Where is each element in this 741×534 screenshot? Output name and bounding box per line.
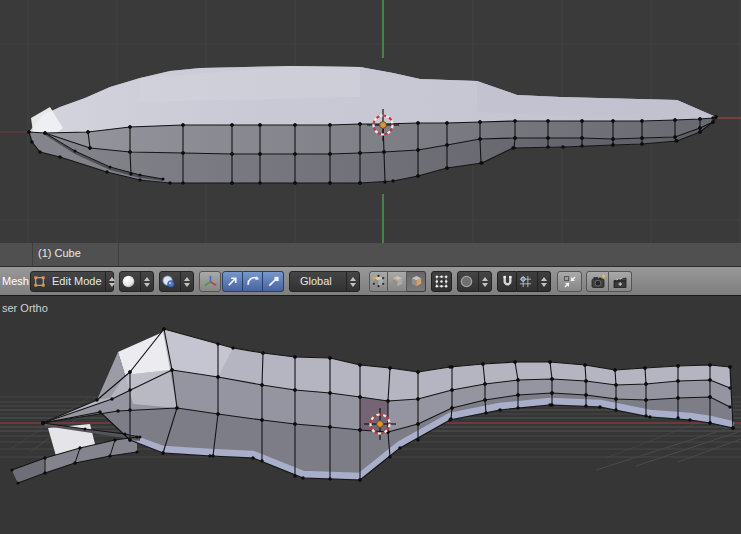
editmode-icon <box>31 274 48 289</box>
snap-increment-icon <box>517 274 534 289</box>
face-select-button[interactable] <box>407 271 426 292</box>
dropdown-arrows-icon <box>105 272 118 291</box>
grid-line <box>118 243 119 266</box>
manipulator-scale-button[interactable] <box>263 271 284 292</box>
viewport-top[interactable] <box>0 0 741 243</box>
clapperboard-icon <box>612 274 629 290</box>
object-info-strip: (1) Cube <box>0 243 741 266</box>
dropdown-arrows-icon <box>478 272 491 291</box>
viewport-bottom[interactable]: ser Ortho <box>0 296 741 534</box>
blender-window: (1) Cube Mesh Edit Mode <box>0 0 741 534</box>
active-object-label: (1) Cube <box>38 247 81 259</box>
viewport-shading-dropdown[interactable] <box>119 271 154 292</box>
face-cube-icon <box>408 274 425 289</box>
limit-selection-button[interactable] <box>431 271 452 292</box>
camera-plus-icon <box>589 274 606 290</box>
vertex-select-button[interactable] <box>369 271 388 292</box>
viewport-header: Mesh Edit Mode <box>0 266 741 296</box>
pivot-median-icon <box>160 274 177 289</box>
orientation-label: Global <box>290 275 335 288</box>
scale-icon <box>265 274 282 289</box>
mode-dropdown-label: Edit Mode <box>48 275 105 288</box>
edge-cube-icon <box>389 274 406 289</box>
view-name-label: ser Ortho <box>2 302 48 314</box>
manipulator-translate-button[interactable] <box>222 271 243 292</box>
vertex-cube-icon <box>370 274 387 289</box>
pivot-center-dropdown[interactable] <box>159 271 194 292</box>
proportional-circle-icon <box>458 274 475 289</box>
viewport-top-canvas[interactable] <box>0 0 741 243</box>
dropdown-arrows-icon <box>537 272 550 291</box>
menu-mesh[interactable]: Mesh <box>2 275 29 287</box>
manipulator-toggle-button[interactable] <box>199 271 221 292</box>
dropdown-arrows-icon <box>180 272 193 291</box>
viewport-bottom-canvas[interactable] <box>0 296 741 534</box>
dropdown-arrows-icon <box>346 272 359 291</box>
converging-arrows-icon <box>561 274 578 290</box>
viewport-shading-sphere-icon <box>120 274 137 289</box>
dropdown-arrows-icon <box>140 272 153 291</box>
axis-gizmo-icon <box>202 274 219 289</box>
translate-arrow-icon <box>224 274 241 289</box>
proportional-editing-dropdown[interactable] <box>457 271 492 292</box>
manipulator-rotate-button[interactable] <box>243 271 263 292</box>
occlude-cube-icon <box>433 274 450 289</box>
magnet-icon <box>499 274 516 289</box>
mode-dropdown[interactable]: Edit Mode <box>30 271 114 292</box>
snap-element-dropdown[interactable] <box>517 271 551 292</box>
auto-merge-button[interactable] <box>557 271 582 292</box>
grid-line <box>32 243 33 266</box>
rotate-arc-icon <box>244 274 261 289</box>
edge-select-button[interactable] <box>388 271 407 292</box>
opengl-render-anim-button[interactable] <box>609 271 632 292</box>
snap-toggle-button[interactable] <box>497 271 517 292</box>
opengl-render-button[interactable] <box>586 271 609 292</box>
transform-orientation-dropdown[interactable]: Global <box>289 271 360 292</box>
